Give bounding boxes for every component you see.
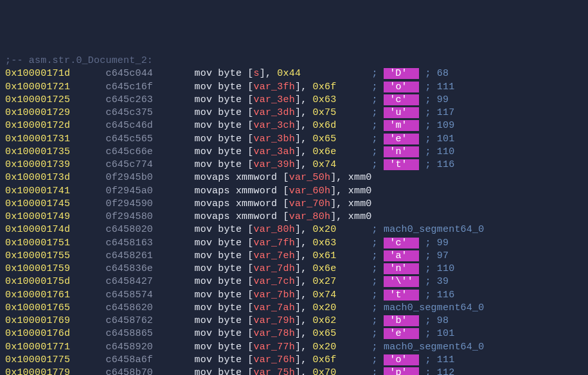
opcode-bytes: 0f2945a0: [105, 186, 153, 196]
address: 0x100001739: [5, 159, 70, 170]
opcode-bytes: c6458020: [105, 224, 153, 235]
local-var: var_3ch: [254, 120, 295, 131]
char-highlight: 'n': [384, 146, 419, 157]
opcode-bytes: c6458620: [105, 302, 153, 313]
immediate: 0x61: [313, 250, 337, 261]
disasm-row: 0x100001739 c645c774 mov byte [var_39h],…: [5, 159, 583, 171]
address: 0x10000172d: [5, 120, 70, 131]
address: 0x100001755: [5, 250, 70, 261]
address: 0x100001759: [5, 263, 70, 274]
local-var: s: [254, 68, 260, 79]
opcode-bytes: c645c46d: [105, 120, 153, 131]
immediate: 0x65: [313, 134, 337, 144]
local-var: var_77h: [254, 342, 295, 353]
mnemonic: movaps xmmword: [194, 211, 277, 222]
char-highlight: '\'': [384, 276, 419, 287]
opcode-bytes: c6458b70: [105, 367, 153, 375]
address: 0x100001761: [5, 290, 70, 301]
opcode-bytes: 0f2945b0: [105, 172, 153, 183]
label-header: ;-- asm.str.0_Document_2:: [5, 55, 583, 67]
mnemonic: movaps xmmword: [194, 172, 277, 183]
char-highlight: 'm': [384, 120, 419, 131]
local-var: var_80h: [289, 211, 330, 222]
disasm-row: 0x100001771 c6458920 mov byte [var_77h],…: [5, 341, 583, 354]
mnemonic: mov byte: [194, 238, 242, 249]
opcode-bytes: c645c044: [105, 68, 153, 79]
local-var: var_60h: [289, 186, 330, 196]
immediate: 0x74: [313, 159, 337, 170]
disasm-row: 0x100001735 c645c66e mov byte [var_3ah],…: [5, 146, 583, 159]
address: 0x100001765: [5, 302, 70, 313]
opcode-bytes: c645c263: [105, 94, 153, 105]
mnemonic: mov byte: [194, 82, 242, 92]
disasm-row: 0x10000172d c645c46d mov byte [var_3ch],…: [5, 119, 583, 132]
char-highlight: 'c': [384, 238, 419, 249]
char-highlight: 'n': [384, 263, 419, 274]
char-highlight: 't': [384, 290, 419, 301]
disasm-row: 0x100001745 0f294590 movaps xmmword [var…: [5, 198, 583, 211]
char-highlight: 'a': [384, 250, 419, 261]
address: 0x10000174d: [5, 224, 70, 235]
local-var: var_80h: [254, 224, 295, 235]
local-var: var_3eh: [254, 94, 295, 105]
local-var: var_70h: [289, 198, 330, 209]
local-var: var_7eh: [254, 250, 295, 261]
mnemonic: mov byte: [194, 159, 242, 170]
mnemonic: mov byte: [194, 342, 242, 353]
address: 0x100001725: [5, 94, 70, 105]
disasm-row: 0x10000176d c6458865 mov byte [var_78h],…: [5, 327, 583, 340]
immediate: 0x63: [313, 94, 337, 105]
local-var: var_7fh: [254, 238, 295, 249]
mnemonic: mov byte: [194, 354, 242, 365]
local-var: var_7ah: [254, 302, 295, 313]
address: 0x100001745: [5, 198, 70, 209]
mnemonic: mov byte: [194, 224, 242, 235]
char-highlight: 'e': [384, 134, 419, 144]
disasm-row: 0x100001765 c6458620 mov byte [var_7ah],…: [5, 302, 583, 315]
opcode-bytes: c6458427: [105, 276, 153, 287]
disasm-row: 0x100001755 c6458261 mov byte [var_7eh],…: [5, 250, 583, 263]
immediate: 0x6d: [313, 120, 337, 131]
local-var: var_7bh: [254, 290, 295, 301]
disasm-row: 0x100001769 c6458762 mov byte [var_79h],…: [5, 315, 583, 327]
disassembly-view: ;-- asm.str.0_Document_2:0x10000171d c64…: [5, 55, 583, 375]
local-var: var_76h: [254, 354, 295, 365]
opcode-bytes: c6458762: [105, 315, 153, 326]
mnemonic: mov byte: [194, 328, 242, 339]
local-var: var_3ah: [254, 146, 295, 157]
immediate: 0x6f: [313, 82, 337, 92]
disasm-row: 0x10000173d 0f2945b0 movaps xmmword [var…: [5, 171, 583, 184]
immediate: 0x6e: [313, 146, 337, 157]
address: 0x100001721: [5, 82, 70, 92]
address: 0x100001771: [5, 342, 70, 353]
local-var: var_7dh: [254, 263, 295, 274]
immediate: 0x70: [313, 367, 337, 375]
opcode-bytes: c645c375: [105, 107, 153, 118]
register: xmm0: [348, 186, 372, 196]
mnemonic: mov byte: [194, 276, 242, 287]
char-highlight: 'c': [384, 94, 419, 105]
disasm-row: 0x100001751 c6458163 mov byte [var_7fh],…: [5, 237, 583, 250]
immediate: 0x20: [313, 224, 337, 235]
address: 0x100001741: [5, 186, 70, 196]
mnemonic: movaps xmmword: [194, 186, 277, 196]
opcode-bytes: c645836e: [105, 263, 153, 274]
disasm-row: 0x100001729 c645c375 mov byte [var_3dh],…: [5, 107, 583, 119]
char-highlight: 'p': [384, 367, 419, 375]
mnemonic: mov byte: [194, 302, 242, 313]
opcode-bytes: c6458163: [105, 238, 153, 249]
immediate: 0x74: [313, 290, 337, 301]
mnemonic: mov byte: [194, 367, 242, 375]
register: xmm0: [348, 172, 372, 183]
local-var: var_3fh: [254, 82, 295, 92]
disasm-row: 0x100001721 c645c16f mov byte [var_3fh],…: [5, 81, 583, 94]
disasm-row: 0x100001749 0f294580 movaps xmmword [var…: [5, 211, 583, 223]
char-highlight: 'o': [384, 82, 419, 92]
opcode-bytes: c6458574: [105, 290, 153, 301]
char-highlight: 'b': [384, 315, 419, 326]
disasm-row: 0x100001741 0f2945a0 movaps xmmword [var…: [5, 185, 583, 198]
address: 0x10000175d: [5, 276, 70, 287]
mnemonic: mov byte: [194, 134, 242, 144]
address: 0x100001751: [5, 238, 70, 249]
char-highlight: 't': [384, 159, 419, 170]
